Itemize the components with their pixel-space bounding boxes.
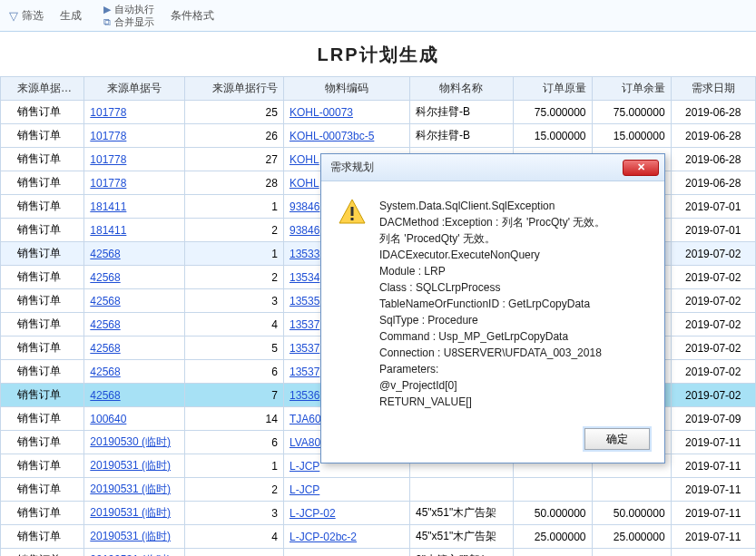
doc-no-link[interactable]: 181411	[90, 200, 126, 213]
cell: 2"水管衣服架(	[409, 549, 513, 557]
cond-format-label: 条件格式	[171, 8, 214, 24]
doc-no-link[interactable]: 42568	[90, 389, 120, 402]
doc-no-link[interactable]: 101778	[90, 177, 126, 190]
doc-no-link[interactable]: 42568	[90, 342, 120, 355]
material-code-link[interactable]: 13533	[290, 248, 319, 260]
cell: 20190531 (临时)	[84, 549, 184, 557]
cell: 26	[184, 124, 283, 148]
svg-rect-1	[351, 207, 354, 216]
cond-format-button[interactable]: 条件格式	[171, 8, 214, 24]
cell: 42568	[84, 337, 184, 360]
cell: 销售订单	[1, 478, 84, 502]
cell: 75.000000	[592, 101, 671, 124]
material-code-link[interactable]: KOHL	[290, 153, 319, 166]
funnel-icon: ▽	[9, 9, 18, 23]
cell: KOHL-00073bc-5	[283, 124, 409, 148]
material-code-link[interactable]: 13534	[290, 271, 319, 284]
auto-run-button[interactable]: ▶自动执行	[103, 3, 154, 15]
material-code-link[interactable]: L-JCP	[290, 483, 319, 496]
material-code-link[interactable]: L-JCP-02	[290, 507, 336, 520]
doc-no-link[interactable]: 181411	[90, 224, 126, 237]
error-dialog: 需求规划 ✕ System.Data.SqlClient.SqlExceptio…	[320, 153, 665, 463]
cell: 45"x51"木广告架	[409, 502, 513, 525]
doc-no-link[interactable]: 20190531 (临时)	[90, 530, 171, 542]
material-code-link[interactable]: 13537	[290, 342, 319, 355]
cell: 2019-07-01	[671, 219, 755, 242]
material-code-link[interactable]: 93846	[290, 200, 319, 213]
doc-no-link[interactable]: 100640	[90, 413, 126, 425]
material-code-link[interactable]: 13536	[290, 389, 319, 402]
cell: 2019-07-01	[671, 195, 755, 219]
table-row[interactable]: 销售订单20190531 (临时)3L-JCP-0245"x51"木广告架50.…	[1, 502, 756, 525]
cell: KOHL-00073	[283, 101, 409, 124]
col-header[interactable]: 需求日期	[671, 77, 755, 101]
col-header[interactable]: 物料名称	[409, 77, 513, 101]
doc-no-link[interactable]: 101778	[90, 106, 126, 119]
table-row[interactable]: 销售订单20190531 (临时)5L-JCP-032"水管衣服架(9.0000…	[1, 549, 756, 557]
doc-no-link[interactable]: 42568	[90, 366, 120, 378]
cell: 2019-07-11	[671, 478, 755, 502]
material-code-link[interactable]: 13537	[290, 366, 319, 378]
cell: L-JCP	[283, 478, 409, 502]
merge-show-label: 合并显示	[114, 15, 154, 28]
cell: L-JCP-03	[283, 549, 409, 557]
cell: 2019-07-11	[671, 525, 755, 549]
material-code-link[interactable]: KOHL	[290, 177, 319, 190]
doc-no-link[interactable]: 20190530 (临时)	[90, 435, 171, 448]
cell: 15.000000	[592, 124, 671, 148]
cell: 2019-06-28	[671, 124, 755, 148]
cell: 销售订单	[1, 407, 84, 431]
merge-show-button[interactable]: ⧉合并显示	[103, 15, 154, 28]
doc-no-link[interactable]: 42568	[90, 295, 120, 307]
material-code-link[interactable]: LVA80	[290, 436, 320, 449]
cell: 销售订单	[1, 431, 84, 454]
col-header[interactable]: 物料编码	[283, 77, 409, 101]
table-row[interactable]: 销售订单20190531 (临时)2L-JCP2019-07-11	[1, 478, 756, 502]
material-code-link[interactable]: 13535	[290, 295, 319, 307]
dialog-message: System.Data.SqlClient.SqlExceptionDACMet…	[379, 198, 605, 410]
material-code-link[interactable]: KOHL-00073bc-5	[290, 130, 374, 142]
material-code-link[interactable]: L-JCP-02bc-2	[290, 531, 357, 543]
col-header[interactable]: 来源单据号	[84, 77, 184, 101]
table-row[interactable]: 销售订单10177825KOHL-00073科尔挂臂-B75.00000075.…	[1, 101, 756, 124]
cell: 销售订单	[1, 242, 84, 266]
col-header[interactable]: 订单原量	[513, 77, 592, 101]
material-code-link[interactable]: KOHL-00073	[290, 106, 353, 119]
material-code-link[interactable]: L-JCP	[290, 460, 319, 473]
cell: 销售订单	[1, 525, 84, 549]
col-header[interactable]: 订单余量	[592, 77, 671, 101]
doc-no-link[interactable]: 20190531 (临时)	[90, 483, 171, 495]
table-row[interactable]: 销售订单10177826KOHL-00073bc-5科尔挂臂-B15.00000…	[1, 124, 756, 148]
cell: 14	[184, 407, 283, 431]
filter-button[interactable]: ▽ 筛选	[9, 8, 44, 24]
doc-no-link[interactable]: 20190531 (临时)	[90, 506, 171, 519]
material-code-link[interactable]: TJA60	[290, 413, 321, 425]
cell: 2019-07-02	[671, 337, 755, 360]
cell: 销售订单	[1, 195, 84, 219]
generate-button[interactable]: 生成	[60, 8, 82, 24]
col-header[interactable]: 来源单据行号	[184, 77, 283, 101]
cell: 5	[184, 337, 283, 360]
toolbar: ▽ 筛选 生成 ▶自动执行 ⧉合并显示 条件格式	[0, 0, 756, 32]
close-icon: ✕	[637, 161, 645, 173]
doc-no-link[interactable]: 42568	[90, 248, 120, 260]
generate-label: 生成	[60, 8, 82, 24]
cell: 销售订单	[1, 384, 84, 407]
dialog-title: 需求规划	[330, 160, 623, 175]
cell: 销售订单	[1, 360, 84, 384]
col-header[interactable]: 来源单据类别	[1, 77, 84, 101]
play-icon: ▶	[103, 3, 111, 15]
cell: 101778	[84, 101, 184, 124]
cell	[513, 478, 592, 502]
material-code-link[interactable]: 13537	[290, 318, 319, 331]
doc-no-link[interactable]: 101778	[90, 153, 126, 166]
doc-no-link[interactable]: 42568	[90, 318, 120, 331]
dialog-titlebar[interactable]: 需求规划 ✕	[321, 154, 664, 181]
ok-button[interactable]: 确定	[584, 428, 650, 450]
doc-no-link[interactable]: 42568	[90, 271, 120, 284]
material-code-link[interactable]: 93846	[290, 224, 319, 237]
doc-no-link[interactable]: 101778	[90, 130, 126, 142]
table-row[interactable]: 销售订单20190531 (临时)4L-JCP-02bc-245"x51"木广告…	[1, 525, 756, 549]
close-button[interactable]: ✕	[623, 160, 659, 176]
doc-no-link[interactable]: 20190531 (临时)	[90, 459, 171, 472]
